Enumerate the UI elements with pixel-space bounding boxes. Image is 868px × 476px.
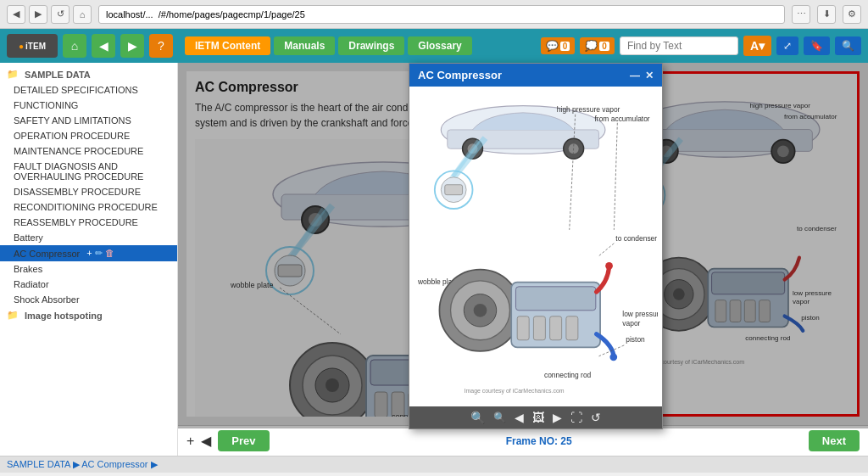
svg-text:from accumulator: from accumulator — [595, 115, 650, 123]
expand-button[interactable]: ⤢ — [776, 36, 798, 55]
modal-minimize-btn[interactable]: — — [630, 70, 640, 81]
search-input[interactable] — [620, 36, 738, 55]
breadcrumb[interactable]: SAMPLE DATA ▶ AC Compressor ▶ — [0, 456, 868, 473]
delete-item-btn[interactable]: 🗑 — [105, 248, 114, 259]
modal-fullscreen-btn[interactable]: ⛶ — [570, 411, 582, 424]
sidebar-item-fault-diagnosis[interactable]: FAULT DIAGNOSIS AND OVERHAULING PROCEDUR… — [0, 159, 177, 184]
sidebar-item-safety[interactable]: SAFETY AND LIMITATIONS — [0, 113, 177, 128]
svg-point-80 — [474, 304, 487, 317]
svg-text:piston: piston — [626, 335, 645, 344]
comment-count: 0 — [599, 42, 609, 51]
sidebar-item-reassembly[interactable]: REASSEMBLY PROCEDURE — [0, 215, 177, 230]
sidebar-item-reconditioning[interactable]: RECONDITIONING PROCEDURE — [0, 199, 177, 215]
browser-chrome: ◀ ▶ ↺ ⌂ ⋯ ⬇ ⚙ — [0, 0, 868, 29]
sidebar-item-maintenance[interactable]: MAINTENANCE PROCEDURE — [0, 143, 177, 159]
svg-point-87 — [605, 262, 613, 270]
modal-header: AC Compressor — ✕ — [409, 64, 662, 87]
svg-point-88 — [609, 353, 617, 361]
browser-forward-btn[interactable]: ▶ — [29, 5, 47, 24]
svg-text:low pressure: low pressure — [622, 310, 658, 318]
nav-tabs: IETM Content Manuals Drawings Glossary — [185, 36, 472, 55]
tab-ietm-content[interactable]: IETM Content — [185, 36, 270, 55]
sidebar-item-sample-data[interactable]: 📁 SAMPLE DATA — [0, 66, 177, 82]
svg-text:to condenser: to condenser — [615, 234, 657, 243]
svg-line-74 — [598, 244, 614, 256]
browser-refresh-btn[interactable]: ↺ — [51, 5, 70, 24]
modal-toolbar: 🔍 🔍 ◀ 🖼 ▶ ⛶ ↺ — [409, 406, 662, 428]
sidebar-item-image-hotspoting[interactable]: 📁 Image hotspoting — [0, 307, 177, 323]
frame-number: Frame NO: 25 — [506, 435, 572, 447]
bottom-left: + ◀ Prev — [186, 430, 270, 451]
browser-home-btn[interactable]: ⌂ — [73, 5, 92, 24]
sidebar-item-battery[interactable]: Battery — [0, 230, 177, 245]
svg-rect-85 — [550, 316, 562, 340]
modal-body: high pressure vapor from accumulator to … — [409, 87, 662, 428]
sidebar-item-brakes[interactable]: Brakes — [0, 261, 177, 277]
zoom-in-btn[interactable]: 🔍 — [470, 411, 485, 424]
modal-back-btn[interactable]: ◀ — [515, 411, 524, 424]
modal-title: AC Compressor — [418, 69, 502, 81]
sidebar-item-actions: + ✏ 🗑 — [86, 248, 114, 259]
modal-image-btn[interactable]: 🖼 — [532, 411, 544, 424]
tab-manuals[interactable]: Manuals — [274, 36, 335, 55]
zoom-out-btn[interactable]: 🔍 — [493, 412, 506, 423]
svg-text:Image courtesy of iCarMechanic: Image courtesy of iCarMechanics.com — [465, 388, 565, 395]
sidebar-item-shock-absorber[interactable]: Shock Absorber — [0, 292, 177, 307]
annotation-badge[interactable]: 💬 0 — [541, 37, 576, 54]
svg-rect-68 — [445, 185, 463, 195]
add-item-btn[interactable]: + — [86, 248, 92, 259]
browser-download-btn[interactable]: ⬇ — [817, 5, 836, 24]
breadcrumb-path: SAMPLE DATA ▶ AC Compressor ▶ — [7, 459, 158, 469]
modal-diagram-svg: high pressure vapor from accumulator to … — [414, 91, 658, 402]
help-button[interactable]: ? — [149, 34, 173, 58]
add-bottom-btn[interactable]: + — [186, 434, 194, 449]
sidebar-item-disassembly[interactable]: DISASSEMBLY PROCEDURE — [0, 184, 177, 199]
annotation-count: 0 — [560, 42, 570, 51]
browser-extensions-btn[interactable]: ⚙ — [843, 5, 861, 24]
modal-forward-btn[interactable]: ▶ — [553, 411, 562, 424]
svg-rect-86 — [566, 316, 578, 340]
home-button[interactable]: ⌂ — [63, 34, 86, 58]
bookmark-button[interactable]: 🔖 — [804, 36, 830, 55]
modal-close-btn[interactable]: ✕ — [645, 70, 654, 81]
svg-text:high pressure vapor: high pressure vapor — [557, 105, 620, 114]
sidebar-item-detailed-specs[interactable]: DETAILED SPECIFICATIONS — [0, 82, 177, 98]
svg-rect-84 — [533, 316, 545, 340]
bottom-right: Next — [809, 430, 860, 451]
app-logo: ●iTEM — [7, 34, 58, 58]
font-size-button[interactable]: A▾ — [743, 36, 771, 56]
edit-item-btn[interactable]: ✏ — [95, 248, 103, 259]
browser-nav-group: ◀ ▶ ↺ ⌂ — [7, 5, 92, 24]
address-bar[interactable] — [98, 5, 785, 24]
folder-icon: 📁 — [7, 69, 19, 80]
next-button[interactable]: Next — [809, 430, 860, 451]
modal-reset-btn[interactable]: ↺ — [591, 411, 601, 424]
browser-menu-btn[interactable]: ⋯ — [792, 5, 810, 24]
prev-button[interactable]: Prev — [218, 430, 269, 451]
sidebar-item-functioning[interactable]: FUNCTIONING — [0, 98, 177, 113]
svg-rect-82 — [515, 287, 595, 311]
svg-rect-83 — [517, 316, 529, 340]
back-button[interactable]: ◀ — [92, 34, 115, 58]
browser-back-btn[interactable]: ◀ — [7, 5, 25, 24]
svg-line-72 — [614, 123, 617, 230]
modal-diagram-container: high pressure vapor from accumulator to … — [409, 87, 662, 406]
sidebar-item-operation[interactable]: OPERATION PROCEDURE — [0, 128, 177, 143]
tab-drawings[interactable]: Drawings — [338, 36, 404, 55]
app-header: ●iTEM ⌂ ◀ ▶ ? IETM Content Manuals Drawi… — [0, 29, 868, 63]
modal-header-controls: — ✕ — [630, 70, 654, 81]
sidebar-item-radiator[interactable]: Radiator — [0, 277, 177, 292]
sidebar-item-ac-compressor[interactable]: AC Compressor + ✏ 🗑 — [0, 245, 177, 261]
header-right: 💬 0 💭 0 A▾ ⤢ 🔖 🔍 — [541, 36, 861, 56]
find-button[interactable]: 🔍 — [835, 36, 861, 55]
svg-text:connecting rod: connecting rod — [544, 371, 592, 379]
modal-overlay: AC Compressor — ✕ — [178, 63, 868, 428]
ac-compressor-modal: AC Compressor — ✕ — [409, 63, 663, 429]
sidebar: 📁 SAMPLE DATA DETAILED SPECIFICATIONS FU… — [0, 63, 178, 456]
comment-badge[interactable]: 💭 0 — [580, 37, 615, 54]
svg-text:vapor: vapor — [622, 319, 640, 328]
back-bottom-btn[interactable]: ◀ — [201, 433, 211, 449]
tab-glossary[interactable]: Glossary — [408, 36, 471, 55]
forward-button[interactable]: ▶ — [120, 34, 144, 58]
folder-icon-2: 📁 — [7, 310, 19, 321]
